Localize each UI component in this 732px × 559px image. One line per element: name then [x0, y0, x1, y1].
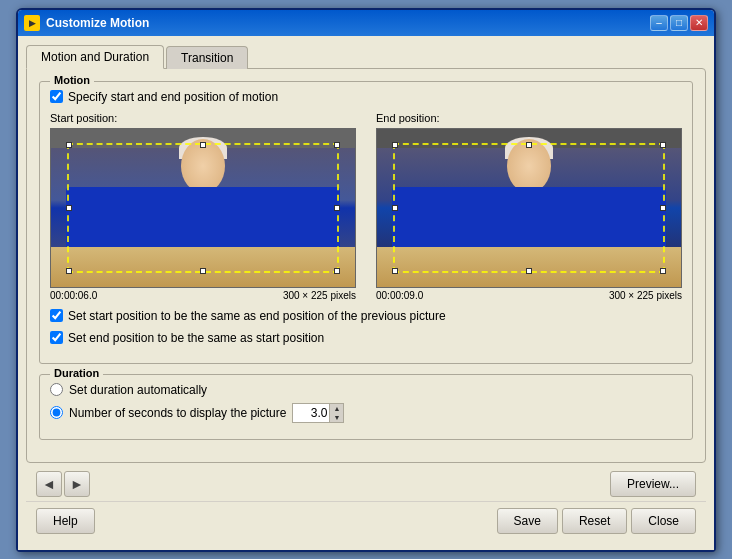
same-as-start-row: Set end position to be the same as start… — [50, 331, 682, 345]
motion-group-label: Motion — [50, 74, 94, 86]
maximize-button[interactable]: □ — [670, 15, 688, 31]
auto-duration-radio[interactable] — [50, 383, 63, 396]
window-controls: – □ ✕ — [650, 15, 708, 31]
duration-group-label: Duration — [50, 367, 103, 379]
start-position-label: Start position: — [50, 112, 356, 124]
seconds-duration-radio[interactable] — [50, 406, 63, 419]
help-button[interactable]: Help — [36, 508, 95, 534]
start-position-block: Start position: — [50, 112, 356, 301]
specify-checkbox[interactable] — [50, 90, 63, 103]
table-start — [51, 247, 355, 287]
nav-next-button[interactable]: ► — [64, 471, 90, 497]
same-as-start-checkbox[interactable] — [50, 331, 63, 344]
end-image-info: 00:00:09.0 300 × 225 pixels — [376, 290, 682, 301]
tab-content: Motion Specify start and end position of… — [26, 68, 706, 463]
specify-checkbox-label: Specify start and end position of motion — [68, 90, 278, 104]
face-start — [181, 139, 225, 193]
tab-motion-duration[interactable]: Motion and Duration — [26, 45, 164, 69]
seconds-duration-row: Number of seconds to display the picture… — [50, 403, 682, 423]
auto-duration-row: Set duration automatically — [50, 383, 682, 397]
close-button[interactable]: Close — [631, 508, 696, 534]
spin-up-button[interactable]: ▲ — [330, 404, 343, 413]
start-time: 00:00:06.0 — [50, 290, 97, 301]
same-as-start-label: Set end position to be the same as start… — [68, 331, 324, 345]
start-position-photo — [51, 129, 355, 287]
save-button[interactable]: Save — [497, 508, 558, 534]
minimize-button[interactable]: – — [650, 15, 668, 31]
specify-checkbox-row: Specify start and end position of motion — [50, 90, 682, 104]
images-row: Start position: — [50, 112, 682, 301]
spin-down-button[interactable]: ▼ — [330, 413, 343, 422]
app-icon: ▶ — [24, 15, 40, 31]
jacket-end — [392, 187, 666, 247]
face-end — [507, 139, 551, 193]
nav-prev-button[interactable]: ◄ — [36, 471, 62, 497]
nav-buttons: ◄ ► — [36, 471, 90, 497]
jacket-start — [66, 187, 340, 247]
same-as-end-row: Set start position to be the same as end… — [50, 309, 682, 323]
start-position-frame — [50, 128, 356, 288]
end-position-photo — [377, 129, 681, 287]
end-position-block: End position: — [376, 112, 682, 301]
seconds-spinbox: 3.0 ▲ ▼ — [292, 403, 344, 423]
motion-group: Motion Specify start and end position of… — [39, 81, 693, 364]
window-title: Customize Motion — [46, 16, 650, 30]
same-as-end-label: Set start position to be the same as end… — [68, 309, 446, 323]
title-bar: ▶ Customize Motion – □ ✕ — [18, 10, 714, 36]
seconds-duration-label: Number of seconds to display the picture — [69, 406, 286, 420]
footer-bar: Help Save Reset Close — [26, 501, 706, 542]
end-position-label: End position: — [376, 112, 682, 124]
footer-right: Save Reset Close — [497, 508, 696, 534]
close-window-button[interactable]: ✕ — [690, 15, 708, 31]
tab-transition[interactable]: Transition — [166, 46, 248, 69]
end-position-frame — [376, 128, 682, 288]
preview-button-container: Preview... — [610, 471, 696, 497]
end-time: 00:00:09.0 — [376, 290, 423, 301]
start-size: 300 × 225 pixels — [283, 290, 356, 301]
end-size: 300 × 225 pixels — [609, 290, 682, 301]
reset-button[interactable]: Reset — [562, 508, 627, 534]
same-as-end-checkbox[interactable] — [50, 309, 63, 322]
bottom-bar: ◄ ► Preview... — [26, 463, 706, 501]
auto-duration-label: Set duration automatically — [69, 383, 207, 397]
start-image-info: 00:00:06.0 300 × 225 pixels — [50, 290, 356, 301]
preview-button[interactable]: Preview... — [610, 471, 696, 497]
duration-group: Duration Set duration automatically Numb… — [39, 374, 693, 440]
main-window: ▶ Customize Motion – □ ✕ Motion and Dura… — [16, 8, 716, 552]
spinbox-arrows: ▲ ▼ — [329, 404, 343, 422]
window-body: Motion and Duration Transition Motion Sp… — [18, 36, 714, 550]
table-end — [377, 247, 681, 287]
seconds-input[interactable]: 3.0 — [293, 404, 329, 422]
footer-left: Help — [36, 508, 95, 534]
tab-bar: Motion and Duration Transition — [26, 44, 706, 68]
